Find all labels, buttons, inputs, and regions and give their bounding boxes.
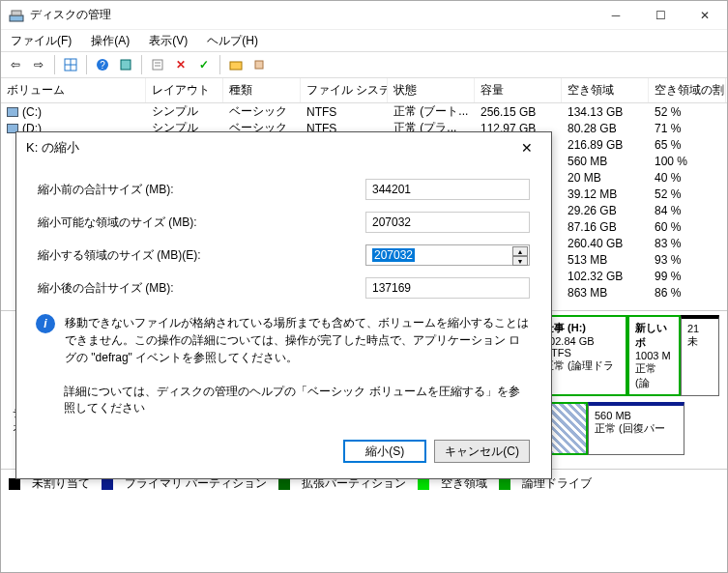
folder-icon[interactable] <box>225 54 247 75</box>
column-header[interactable]: 種類 <box>223 78 301 102</box>
minimize-button[interactable]: ─ <box>594 1 638 30</box>
info-icon: i <box>36 314 55 333</box>
check-icon[interactable]: ✓ <box>193 54 215 75</box>
menubar: ファイル(F) 操作(A) 表示(V) ヘルプ(H) <box>1 30 727 51</box>
refresh-icon[interactable] <box>115 54 136 75</box>
partition[interactable]: 新しいボ1003 M正常 (論 <box>627 315 681 396</box>
menu-file[interactable]: ファイル(F) <box>7 31 75 51</box>
column-header[interactable]: 空き領域 <box>562 78 649 102</box>
svg-rect-1 <box>12 11 21 15</box>
properties-icon[interactable] <box>147 54 168 75</box>
label-available: 縮小可能な領域のサイズ (MB): <box>38 215 365 231</box>
info-text-2: 詳細については、ディスクの管理のヘルプの「ベーシック ボリュームを圧縮する」を参… <box>64 384 530 416</box>
shrink-button[interactable]: 縮小(S) <box>343 440 426 463</box>
titlebar: ディスクの管理 ─ ☐ ✕ <box>1 1 727 30</box>
app-icon <box>9 8 24 23</box>
toolbar: ⇦ ⇨ ? ✕ ✓ <box>1 51 727 78</box>
svg-rect-7 <box>121 60 131 70</box>
legend-swatch <box>278 478 290 490</box>
grid-icon[interactable] <box>60 54 81 75</box>
column-header[interactable]: ファイル システム <box>301 78 388 102</box>
cancel-button[interactable]: キャンセル(C) <box>434 440 530 463</box>
close-button[interactable]: ✕ <box>683 1 727 30</box>
value-total-before: 344201 <box>365 179 530 200</box>
dialog-close-button[interactable]: ✕ <box>512 133 541 162</box>
spinner-buttons[interactable]: ▲▼ <box>512 246 528 266</box>
partition[interactable]: 560 MB正常 (回復パー <box>588 402 684 455</box>
legend-swatch <box>9 478 20 490</box>
menu-help[interactable]: ヘルプ(H) <box>203 31 262 51</box>
volume-row[interactable]: (C:)シンプルベーシックNTFS正常 (ブート...256.15 GB134.… <box>1 103 727 120</box>
forward-icon[interactable]: ⇨ <box>28 54 49 75</box>
label-total-before: 縮小前の合計サイズ (MB): <box>38 182 365 198</box>
help-icon[interactable]: ? <box>92 54 113 75</box>
list-header: ボリュームレイアウト種類ファイル システム状態容量空き領域空き領域の割... <box>1 78 727 103</box>
column-header[interactable]: レイアウト <box>146 78 223 102</box>
info-text-1: 移動できないファイルが格納されている場所までも含めて、ボリュームを縮小することは… <box>65 314 530 366</box>
svg-rect-8 <box>153 60 162 70</box>
legend-swatch <box>499 478 510 490</box>
column-header[interactable]: 空き領域の割... <box>649 78 726 102</box>
label-shrink-amount: 縮小する領域のサイズ (MB)(E): <box>38 247 365 264</box>
dialog-title: K: の縮小 <box>26 139 512 157</box>
delete-icon[interactable]: ✕ <box>170 54 191 75</box>
svg-rect-11 <box>230 62 242 70</box>
maximize-button[interactable]: ☐ <box>638 1 683 30</box>
column-header[interactable]: 容量 <box>475 78 562 102</box>
dialog-titlebar: K: の縮小 ✕ <box>16 132 551 163</box>
shrink-amount-input[interactable]: 207032 ▲▼ <box>365 244 530 266</box>
column-header[interactable]: 状態 <box>388 78 475 102</box>
label-total-after: 縮小後の合計サイズ (MB): <box>38 280 365 297</box>
legend-swatch <box>418 478 429 490</box>
menu-action[interactable]: 操作(A) <box>87 31 133 51</box>
value-available: 207032 <box>365 212 530 233</box>
settings-icon[interactable] <box>248 54 270 75</box>
column-header[interactable]: ボリューム <box>1 78 146 102</box>
svg-rect-0 <box>10 15 23 21</box>
svg-rect-12 <box>255 61 263 69</box>
legend-swatch <box>102 478 113 490</box>
window-title: ディスクの管理 <box>30 7 594 23</box>
menu-view[interactable]: 表示(V) <box>145 31 191 51</box>
partition[interactable]: 21未 <box>681 315 719 396</box>
main-window: ディスクの管理 ─ ☐ ✕ ファイル(F) 操作(A) 表示(V) ヘルプ(H)… <box>0 0 728 573</box>
back-icon[interactable]: ⇦ <box>5 54 26 75</box>
svg-text:?: ? <box>100 60 105 71</box>
value-total-after: 137169 <box>365 277 530 299</box>
shrink-dialog: K: の縮小 ✕ 縮小前の合計サイズ (MB): 344201 縮小可能な領域の… <box>15 131 552 479</box>
